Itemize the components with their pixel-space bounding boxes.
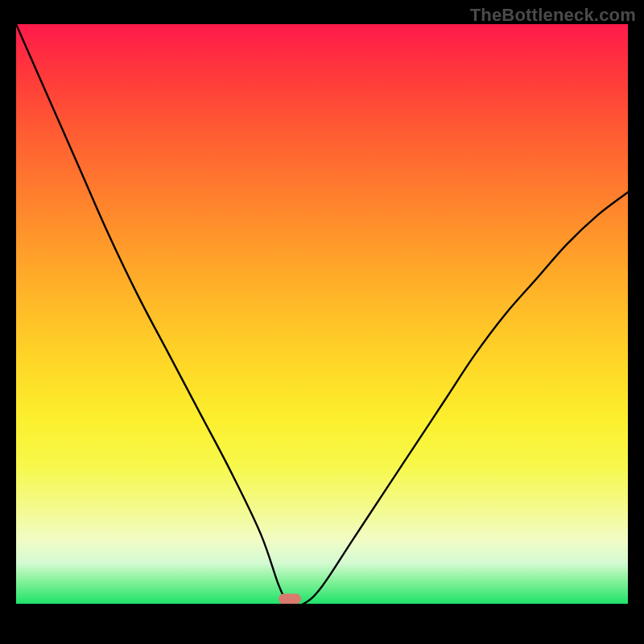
plot-outer bbox=[16, 24, 628, 628]
plot-gradient-background bbox=[16, 24, 628, 604]
bottom-black-strip bbox=[16, 604, 628, 628]
chart-frame: TheBottleneck.com bbox=[0, 0, 644, 644]
bottleneck-curve bbox=[16, 24, 628, 604]
watermark-text: TheBottleneck.com bbox=[470, 5, 636, 26]
optimal-point-marker bbox=[279, 594, 301, 605]
